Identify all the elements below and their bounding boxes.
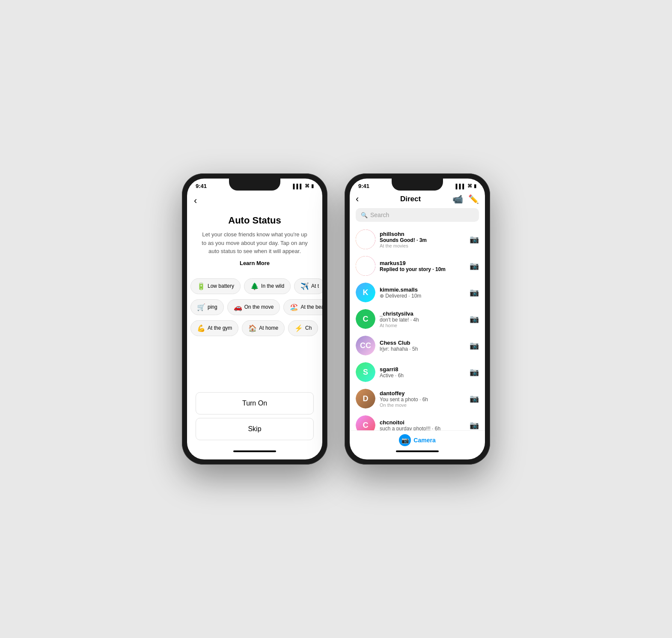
camera-icon[interactable]: 📷: [470, 341, 479, 350]
camera-button[interactable]: 📷 Camera: [399, 434, 435, 446]
chip-label: ping: [208, 304, 217, 310]
home-indicator-right: [396, 450, 439, 452]
msg-preview: ⊕ Delivered · 10m: [380, 293, 465, 299]
chip-label: In the wild: [261, 283, 284, 289]
chip-low-battery[interactable]: 🔋 Low battery: [190, 278, 241, 294]
compose-icon[interactable]: ✏️: [468, 194, 479, 204]
battery-icon: ▮: [311, 183, 314, 189]
message-item-christy[interactable]: C _christysilva don't be late! · 4h At h…: [350, 306, 485, 332]
msg-content-kimmie: kimmie.smalls ⊕ Delivered · 10m: [380, 286, 465, 299]
chip-shopping[interactable]: 🛒 ping: [190, 299, 224, 315]
message-item-dantoffey[interactable]: D dantoffey You sent a photo · 6h On the…: [350, 385, 485, 412]
tree-emoji: 🌲: [250, 282, 259, 290]
direct-header: ‹ Direct 📹 ✏️: [350, 191, 485, 208]
car-emoji: 🚗: [234, 303, 242, 311]
message-item-sgarri8[interactable]: S sgarri8 Active · 6h 📷: [350, 359, 485, 385]
direct-title: Direct: [400, 195, 421, 203]
back-button-right[interactable]: ‹: [356, 194, 369, 205]
avatar-markus19: M: [356, 256, 375, 276]
avatar-img: S: [356, 362, 375, 382]
msg-content-christy: _christysilva don't be late! · 4h At hom…: [380, 310, 465, 328]
chip-at-gym[interactable]: 💪 At the gym: [190, 320, 238, 336]
avatar-img: C: [356, 415, 375, 430]
avatar-img: K: [356, 283, 375, 302]
chip-at-beach[interactable]: 🏖️ At the beac: [283, 299, 322, 315]
chip-label: Low battery: [208, 283, 234, 289]
cart-emoji: 🛒: [197, 303, 205, 311]
gym-emoji: 💪: [197, 324, 205, 332]
search-input[interactable]: Search: [370, 212, 389, 218]
battery-emoji: 🔋: [197, 282, 205, 290]
bottom-buttons: Turn On Skip: [187, 389, 322, 449]
header-action-icons: 📹 ✏️: [452, 194, 479, 204]
avatar-kimmie: K: [356, 283, 375, 302]
status-icons-right: ▌▌▌ ⌘ ▮: [456, 183, 476, 189]
msg-content-dantoffey: dantoffey You sent a photo · 6h On the m…: [380, 390, 465, 408]
home-indicator-left: [233, 450, 276, 452]
msg-username: markus19: [380, 260, 465, 266]
msg-username: kimmie.smalls: [380, 286, 465, 293]
msg-content-phillsohn: phillsohn Sounds Good! · 3m At the movie…: [380, 231, 465, 248]
camera-icon[interactable]: 📷: [470, 314, 479, 324]
msg-content-chess-club: Chess Club lrjvr: hahaha · 5h: [380, 340, 465, 352]
time-right: 9:41: [358, 183, 369, 189]
message-item-kimmie[interactable]: K kimmie.smalls ⊕ Delivered · 10m 📷: [350, 279, 485, 306]
avatar-img: D: [356, 389, 375, 408]
chip-charging[interactable]: ⚡ Ch: [288, 320, 318, 336]
chip-on-the-move[interactable]: 🚗 On the move: [227, 299, 280, 315]
right-phone: 9:41 ▌▌▌ ⌘ ▮ ‹ Direct 📹 ✏️ 🔍 Search: [345, 173, 490, 465]
back-button-left[interactable]: ‹: [187, 191, 322, 211]
auto-status-screen: ‹ Auto Status Let your close friends kno…: [187, 191, 322, 455]
chip-label: At t: [311, 283, 319, 289]
msg-username: Chess Club: [380, 340, 465, 346]
avatar-dantoffey: D: [356, 389, 375, 408]
avatar-sgarri8: S: [356, 362, 375, 382]
beach-emoji: 🏖️: [290, 303, 298, 311]
search-bar[interactable]: 🔍 Search: [356, 208, 479, 222]
camera-label[interactable]: Camera: [413, 437, 435, 444]
camera-icon[interactable]: 📷: [470, 367, 479, 377]
camera-icon[interactable]: 📷: [470, 394, 479, 403]
avatar-img: C: [356, 309, 375, 329]
chip-at-home[interactable]: 🏠 At home: [242, 320, 285, 336]
msg-sub: At home: [380, 323, 465, 328]
message-item-phillsohn[interactable]: P phillsohn Sounds Good! · 3m At the mov…: [350, 226, 485, 253]
chip-label: At the beac: [300, 304, 322, 310]
status-chips-area: 🔋 Low battery 🌲 In the wild ✈️ At t: [187, 273, 322, 389]
wifi-icon: ⌘: [305, 183, 309, 189]
message-item-chess-club[interactable]: CC Chess Club lrjvr: hahaha · 5h 📷: [350, 332, 485, 359]
story-ring: [356, 230, 375, 249]
signal-icon-r: ▌▌▌: [456, 184, 466, 189]
avatar-christy: C: [356, 309, 375, 329]
time-left: 9:41: [196, 183, 207, 189]
turn-on-button[interactable]: Turn On: [196, 392, 314, 414]
chip-label: Ch: [305, 325, 312, 331]
msg-username: _christysilva: [380, 310, 465, 317]
message-item-chcnoitoi[interactable]: C chcnoitoi such a purday photo!!! · 6h …: [350, 412, 485, 430]
auto-status-title: Auto Status: [187, 211, 322, 226]
msg-preview: don't be late! · 4h: [380, 317, 465, 323]
chip-in-the-wild[interactable]: 🌲 In the wild: [244, 278, 291, 294]
status-icons-left: ▌▌▌ ⌘ ▮: [293, 183, 314, 189]
signal-icon: ▌▌▌: [293, 184, 303, 189]
video-icon[interactable]: 📹: [452, 194, 463, 204]
msg-content-chcnoitoi: chcnoitoi such a purday photo!!! · 6h: [380, 419, 465, 431]
chip-at-travel[interactable]: ✈️ At t: [294, 278, 322, 294]
camera-icon[interactable]: 📷: [470, 261, 479, 271]
chip-label: At home: [259, 325, 278, 331]
auto-status-desc: Let your close friends know what you're …: [187, 226, 322, 260]
avatar-chcnoitoi: C: [356, 415, 375, 430]
message-item-markus19[interactable]: M markus19 Replied to your story · 10m 📷: [350, 253, 485, 279]
camera-icon[interactable]: 📷: [470, 288, 479, 297]
notch-left: [229, 179, 280, 191]
msg-username: sgarri8: [380, 366, 465, 373]
message-list: P phillsohn Sounds Good! · 3m At the mov…: [350, 226, 485, 430]
msg-preview: Active · 6h: [380, 373, 465, 379]
story-ring: [356, 256, 375, 276]
chips-row-2: 🛒 ping 🚗 On the move 🏖️ At the beac: [187, 297, 322, 318]
msg-username: phillsohn: [380, 231, 465, 237]
camera-icon[interactable]: 📷: [470, 235, 479, 244]
learn-more-link[interactable]: Learn More: [187, 260, 322, 273]
skip-button[interactable]: Skip: [196, 418, 314, 440]
camera-icon[interactable]: 📷: [470, 420, 479, 430]
